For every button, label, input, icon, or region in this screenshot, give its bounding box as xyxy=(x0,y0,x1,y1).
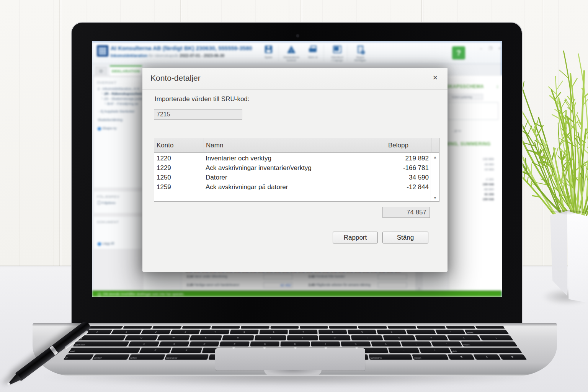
key-3: 3 xyxy=(170,330,200,334)
key-command: command xyxy=(165,354,209,360)
key-▶: ▶ xyxy=(499,354,527,360)
sidebar-item-inkomstdeklaration[interactable]: 2 - Inkomstdeklaration, AI K xyxy=(98,87,142,91)
sru-label: Importerade värden till SRU-kod: xyxy=(155,95,250,103)
scroll-down-icon: ▾ xyxy=(416,287,422,291)
key-4: 4 xyxy=(200,330,229,334)
app-subtitle-dates: 2022-07-01 - 2023-06-30 xyxy=(180,53,224,58)
key-H: H xyxy=(281,341,310,346)
app-subtitle-mid: för räkenskapsår xyxy=(147,53,180,58)
key-shift: shift xyxy=(68,348,140,353)
key-blank xyxy=(270,326,299,329)
sidebar-foljebrev-card: FÖLJEBREV Följebrev xyxy=(93,191,142,213)
key-': ' xyxy=(431,341,462,346)
scroll-up-icon[interactable]: ▲ xyxy=(431,155,439,159)
form-field-2-14[interactable] xyxy=(263,274,292,279)
tab-deklaration[interactable]: DEKLARATION xyxy=(110,65,142,75)
print-button[interactable]: Skriv ut xyxy=(302,46,323,59)
app-subtitle: Inkomstdeklaration för räkenskapsår 2022… xyxy=(111,53,224,58)
key-blank xyxy=(182,326,211,329)
form-field-2-15[interactable]: 62 452 xyxy=(263,282,292,288)
form-row-2-14: 2.14 Varor under tillverkning xyxy=(187,274,227,278)
table-row[interactable]: 1220Inventarier och verktyg219 892 xyxy=(154,154,431,163)
sidebar-item-2r[interactable]: └ 2R - Räkenskapsschema xyxy=(101,92,142,96)
declaration-check-button[interactable]: Deklarations kontroll xyxy=(281,46,302,62)
key--: - xyxy=(406,330,436,334)
help-button[interactable]: ? xyxy=(452,46,465,59)
document-plus-icon xyxy=(358,46,363,53)
sidebar-dokument-card: DOKUMENT +Lägg till xyxy=(93,216,142,249)
stang-button[interactable]: Stäng xyxy=(382,232,428,243)
key-blank xyxy=(387,326,416,329)
key-return: return xyxy=(461,341,518,346)
table-row[interactable]: 1259Ack avskrivningar på datorer-12 844 xyxy=(154,182,431,192)
key-Y: Y xyxy=(287,335,318,340)
trackpad xyxy=(215,348,365,371)
sidebar-item-skapa-ny[interactable]: +Skapa ny xyxy=(98,126,142,131)
key-caps lock: caps lock xyxy=(73,341,130,346)
key-E: E xyxy=(189,335,222,340)
key-shift: shift xyxy=(450,348,522,353)
close-icon[interactable]: × xyxy=(498,46,501,51)
key-option: option xyxy=(412,354,449,360)
table-row[interactable]: 1229Ack avskrivningar inventarier/verkty… xyxy=(154,163,431,173)
sidebar-item-lagg-till[interactable]: +Lägg till xyxy=(98,242,142,246)
info-icon: i xyxy=(98,293,101,296)
column-header-belopp[interactable]: Belopp xyxy=(386,138,431,153)
toolbar-separator xyxy=(278,45,279,62)
table-row[interactable]: 1250Datorer34 590 xyxy=(154,173,431,182)
sidebar-item-baf[interactable]: └ BAF - Försäljning av xyxy=(104,102,142,106)
key-Z: Z xyxy=(139,348,172,353)
save-button[interactable]: Spara xyxy=(258,46,279,59)
status-bar: iDitt ärende innehåller ändringar som in… xyxy=(92,291,501,297)
create-request-button[interactable]: Skapa förfrågan xyxy=(350,46,371,62)
scene: AI Konsulterna AB (färdigt BK) 230630, 5… xyxy=(0,0,588,392)
form-row-2-15: 2.15 Färdiga varor och handelsvaror xyxy=(187,283,239,287)
sidebar-heading-dokument: DOKUMENT xyxy=(97,220,142,224)
key-blank xyxy=(123,326,153,329)
key-7: 7 xyxy=(289,330,317,334)
sidebar-item-ej-kopplade[interactable]: − Ej kopplade blanketter xyxy=(98,109,142,113)
key-K: K xyxy=(341,341,371,346)
column-header-konto[interactable]: Konto xyxy=(154,138,204,153)
screen-content: AI Konsulterna AB (färdigt BK) 230630, 5… xyxy=(92,41,502,297)
right-panel: RÄKENSKAPSSCHEMA ↓ Extern justering …gt … xyxy=(448,75,502,292)
key-◀: ◀ xyxy=(448,354,475,360)
right-panel-input-box[interactable] xyxy=(448,102,498,120)
dialog-close-icon[interactable]: × xyxy=(430,72,441,83)
key-▲: ▲ xyxy=(473,354,501,360)
maximize-icon[interactable]: ❒ xyxy=(489,46,492,51)
key-blank xyxy=(329,326,358,329)
table-scrollbar[interactable]: ▲ ▼ xyxy=(431,153,439,201)
sidebar: ÖVERSIKT 2 - Inkomstdeklaration, AI K └ … xyxy=(92,75,144,297)
sidebar-item-skatteberakning[interactable]: Skatteberäkning xyxy=(98,118,142,122)
key-W: W xyxy=(157,335,190,340)
column-header-namn[interactable]: Namn xyxy=(204,138,386,153)
rapport-button[interactable]: Rapport xyxy=(333,232,378,243)
laptop-screen-bezel: AI Konsulterna AB (färdigt BK) 230630, 5… xyxy=(71,22,523,324)
save-icon xyxy=(265,46,272,53)
sru-input[interactable] xyxy=(154,109,242,120)
gear-icon[interactable]: ⚙ xyxy=(95,67,107,75)
key-blank xyxy=(358,326,387,329)
key-I: I xyxy=(351,335,383,340)
form-row-2-42: 2.42 Förskott från kunder xyxy=(309,274,345,278)
download-arrow-icon[interactable]: ↓ xyxy=(496,83,499,89)
plant-pot-front-face xyxy=(567,211,588,303)
form-field-2-43[interactable] xyxy=(378,282,407,288)
minimize-icon[interactable]: – xyxy=(480,46,482,51)
key-S: S xyxy=(158,341,189,346)
key-control: control xyxy=(92,354,130,360)
key-.: . xyxy=(388,348,420,353)
scroll-down-icon[interactable]: ▼ xyxy=(431,196,439,200)
form-field-2-42[interactable] xyxy=(378,274,407,279)
key-blank xyxy=(475,326,505,329)
client-card-button[interactable]: Klientkort i Capego xyxy=(327,46,348,62)
app-grid-icon xyxy=(97,45,108,57)
sidebar-item-2s[interactable]: └ 2S - Skattemässiga justeringar xyxy=(101,97,142,101)
app-title: AI Konsulterna AB (färdigt BK) 230630, 5… xyxy=(111,45,252,51)
key-1: 1 xyxy=(111,330,142,334)
account-table-header: Konto Namn Belopp xyxy=(154,138,439,153)
sidebar-item-foljebrev[interactable]: Följebrev xyxy=(98,201,142,205)
key-delete: delete xyxy=(464,330,509,334)
client-card-icon xyxy=(333,46,341,53)
